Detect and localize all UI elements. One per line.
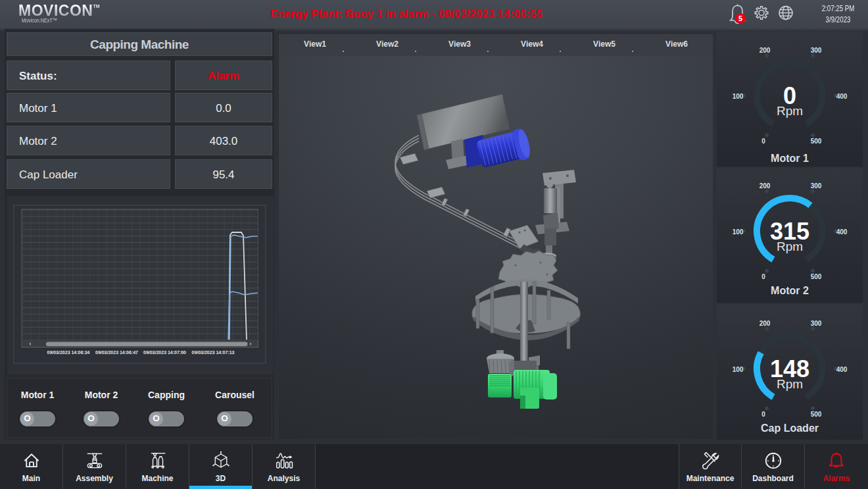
svg-text:500: 500 [811, 273, 822, 280]
svg-text:500: 500 [811, 411, 822, 418]
svg-text:300: 300 [811, 320, 822, 327]
svg-text:300: 300 [811, 47, 822, 54]
svg-text:09/03/2023 14:06:47: 09/03/2023 14:06:47 [95, 350, 138, 355]
svg-text:400: 400 [836, 93, 848, 100]
svg-text:Rpm: Rpm [777, 104, 803, 118]
svg-text:100: 100 [733, 93, 744, 100]
svg-text:400: 400 [836, 228, 848, 236]
svg-text:100: 100 [733, 366, 744, 373]
svg-text:100: 100 [733, 228, 744, 236]
svg-text:200: 200 [760, 320, 771, 327]
svg-text:0: 0 [761, 138, 765, 145]
svg-text:200: 200 [760, 47, 771, 54]
svg-text:09/03/2023 14:07:13: 09/03/2023 14:07:13 [192, 350, 235, 355]
svg-text:Rpm: Rpm [777, 377, 803, 391]
svg-text:5: 5 [738, 14, 742, 22]
svg-text:09/03/2023 14:07:00: 09/03/2023 14:07:00 [143, 350, 186, 355]
svg-text:300: 300 [811, 182, 822, 190]
svg-text:500: 500 [811, 138, 822, 145]
svg-text:400: 400 [836, 366, 848, 373]
svg-text:0: 0 [761, 273, 765, 280]
svg-text:0: 0 [761, 411, 765, 418]
svg-text:09/03/2023 14:06:34: 09/03/2023 14:06:34 [47, 350, 90, 355]
svg-text:Rpm: Rpm [777, 240, 803, 253]
svg-text:200: 200 [760, 182, 771, 190]
